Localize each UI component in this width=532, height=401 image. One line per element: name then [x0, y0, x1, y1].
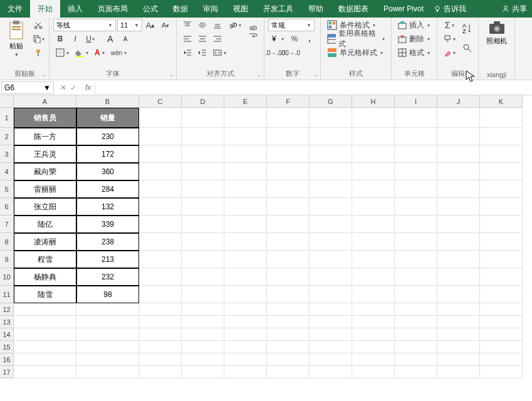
cell-D16[interactable] — [182, 353, 224, 366]
cell-I10[interactable] — [395, 268, 437, 286]
row-header-5[interactable]: 5 — [0, 180, 14, 198]
cell-I1[interactable] — [395, 108, 437, 128]
cell-J6[interactable] — [437, 198, 480, 216]
cell-D12[interactable] — [182, 303, 224, 316]
col-header-D[interactable]: D — [182, 95, 224, 108]
orientation-button[interactable]: ab▾ — [226, 19, 244, 31]
cell-K1[interactable] — [480, 108, 523, 128]
cell-E4[interactable] — [224, 163, 267, 180]
camera-button[interactable]: 照相机 — [482, 19, 511, 47]
cell-A17[interactable] — [14, 366, 76, 378]
col-header-K[interactable]: K — [480, 95, 523, 108]
cell-A1[interactable]: 销售员 — [14, 108, 76, 128]
font-size-combo[interactable]: 11▼ — [117, 19, 142, 31]
cell-E15[interactable] — [224, 341, 267, 353]
cell-K5[interactable] — [480, 180, 523, 198]
cell-K2[interactable] — [480, 128, 523, 145]
cell-J14[interactable] — [437, 328, 480, 341]
align-right-button[interactable] — [211, 33, 224, 45]
cell-J15[interactable] — [437, 341, 480, 353]
fx-button[interactable]: fx — [81, 83, 95, 92]
cell-I8[interactable] — [395, 233, 437, 251]
cell-D14[interactable] — [182, 328, 224, 341]
format-painter-button[interactable] — [31, 46, 45, 59]
cell-F13[interactable] — [267, 316, 310, 328]
tab-datachart[interactable]: 数据图表 — [331, 0, 376, 18]
cell-H16[interactable] — [352, 353, 395, 366]
cell-I9[interactable] — [395, 251, 437, 268]
cell-H8[interactable] — [352, 233, 395, 251]
row-header-13[interactable]: 13 — [0, 316, 14, 328]
row-header-12[interactable]: 12 — [0, 303, 14, 316]
align-top-button[interactable] — [180, 19, 194, 31]
decrease-decimal-button[interactable]: .00→.0 — [283, 46, 297, 59]
number-format-combo[interactable]: 常规▼ — [268, 19, 315, 31]
increase-font-button[interactable]: A▴ — [143, 19, 157, 31]
tab-home[interactable]: 开始 — [30, 0, 60, 18]
cell-F10[interactable] — [267, 268, 310, 286]
cell-C16[interactable] — [139, 353, 182, 366]
col-header-G[interactable]: G — [310, 95, 352, 108]
col-header-I[interactable]: I — [395, 95, 437, 108]
cell-G7[interactable] — [310, 216, 352, 233]
grow-font-icon[interactable]: A — [103, 33, 117, 45]
cell-I7[interactable] — [395, 216, 437, 233]
cell-G9[interactable] — [310, 251, 352, 268]
cell-F11[interactable] — [267, 286, 310, 303]
cell-F9[interactable] — [267, 251, 310, 268]
cell-E13[interactable] — [224, 316, 267, 328]
row-header-8[interactable]: 8 — [0, 233, 14, 251]
cell-C7[interactable] — [139, 216, 182, 233]
cell-D5[interactable] — [182, 180, 224, 198]
cell-G8[interactable] — [310, 233, 352, 251]
cell-E11[interactable] — [224, 286, 267, 303]
font-color-button[interactable]: A▾ — [92, 46, 107, 59]
cancel-formula-button[interactable]: ✕ — [60, 83, 66, 92]
cell-B7[interactable]: 339 — [76, 216, 139, 233]
cell-I14[interactable] — [395, 328, 437, 341]
cell-K13[interactable] — [480, 316, 523, 328]
row-header-4[interactable]: 4 — [0, 163, 14, 180]
cell-J9[interactable] — [437, 251, 480, 268]
row-header-9[interactable]: 9 — [0, 251, 14, 268]
cell-C5[interactable] — [139, 180, 182, 198]
cell-K6[interactable] — [480, 198, 523, 216]
insert-cells-button[interactable]: 插入▾ — [395, 19, 433, 31]
fill-button[interactable]: ▾ — [441, 33, 458, 45]
tab-pivot[interactable]: Power Pivot — [376, 0, 431, 18]
cell-K11[interactable] — [480, 286, 523, 303]
cell-D17[interactable] — [182, 366, 224, 378]
cell-G2[interactable] — [310, 128, 352, 145]
cell-A11[interactable]: 陆雪 — [14, 286, 76, 303]
align-middle-button[interactable] — [196, 19, 209, 31]
cell-H9[interactable] — [352, 251, 395, 268]
cell-J12[interactable] — [437, 303, 480, 316]
cell-I16[interactable] — [395, 353, 437, 366]
cell-B15[interactable] — [76, 341, 139, 353]
cell-F16[interactable] — [267, 353, 310, 366]
tab-file[interactable]: 文件 — [0, 0, 30, 18]
cell-C1[interactable] — [139, 108, 182, 128]
cell-G12[interactable] — [310, 303, 352, 316]
copy-button[interactable]: ▾ — [31, 33, 45, 45]
cell-K3[interactable] — [480, 145, 523, 163]
cell-G11[interactable] — [310, 286, 352, 303]
cell-K17[interactable] — [480, 366, 523, 378]
cell-B11[interactable]: 98 — [76, 286, 139, 303]
cell-H12[interactable] — [352, 303, 395, 316]
cell-E5[interactable] — [224, 180, 267, 198]
cell-E2[interactable] — [224, 128, 267, 145]
row-header-15[interactable]: 15 — [0, 341, 14, 353]
cell-H3[interactable] — [352, 145, 395, 163]
cell-G1[interactable] — [310, 108, 352, 128]
row-header-7[interactable]: 7 — [0, 216, 14, 233]
table-format-button[interactable]: 套用表格格式▾ — [325, 33, 387, 45]
cell-B14[interactable] — [76, 328, 139, 341]
underline-button[interactable]: U▾ — [83, 33, 97, 45]
tab-dev[interactable]: 开发工具 — [256, 0, 301, 18]
cell-G3[interactable] — [310, 145, 352, 163]
cell-K16[interactable] — [480, 353, 523, 366]
wrap-text-button[interactable]: ab — [246, 19, 260, 44]
row-header-11[interactable]: 11 — [0, 286, 14, 303]
cell-G15[interactable] — [310, 341, 352, 353]
